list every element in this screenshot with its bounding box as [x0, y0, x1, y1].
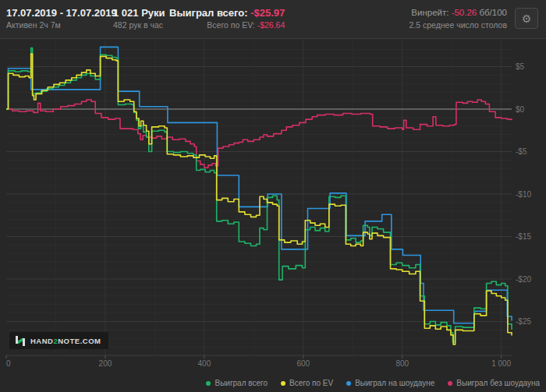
hands-block: 1 021 Руки 482 рук в час: [113, 6, 169, 30]
legend-dot: [206, 381, 211, 386]
legend-label: Выиграл всего: [214, 379, 268, 387]
legend-item-won-total[interactable]: Выиграл всего: [206, 379, 268, 387]
session-stats-header: 17.07.2019 - 17.07.2019 Активен 2ч 7м 1 …: [0, 0, 546, 39]
hand2note-logo-icon: [15, 335, 26, 347]
won-total-value: -$25.97: [250, 7, 285, 19]
winrate-block: Винрейт: -50.26 бб/100 2.5 среднее число…: [409, 6, 507, 30]
hands-count: 1 021 Руки: [113, 6, 169, 19]
legend-dot: [448, 381, 452, 386]
legend-label: Всего по EV: [289, 379, 333, 387]
won-total-label: Выиграл всего:: [169, 7, 248, 19]
non-showdown-winnings-line: [6, 100, 512, 168]
hand2note-logo-text: HAND2NOTE.COM: [30, 337, 101, 345]
legend-item-ev-total[interactable]: Всего по EV: [281, 379, 333, 387]
x-tick-label: 0: [6, 359, 11, 368]
hands-per-hour: 482 рук в час: [113, 19, 169, 30]
winnings-block: Выиграл всего: -$25.97 Всего по EV: -$26…: [169, 6, 285, 30]
x-tick-label: 400: [198, 359, 211, 368]
winrate-label: Винрейт:: [411, 8, 448, 17]
legend-label: Выиграл на шоудауне: [355, 379, 434, 387]
avg-tables: 2.5 среднее число столов: [409, 19, 507, 30]
y-tick-label: $0: [516, 105, 525, 114]
ev-total-line: [6, 54, 512, 344]
ev-total-label: Всего по EV:: [207, 20, 254, 30]
chart-legend: Выиграл всегоВсего по EVВыиграл на шоуда…: [206, 379, 540, 387]
legend-label: Выиграл без шоудауна: [456, 379, 540, 387]
y-tick-label: -$15: [516, 232, 531, 241]
legend-dot: [346, 381, 351, 386]
winnings-chart: 02004006008001 000$5$0-$5-$10-$15-$20-$2…: [0, 39, 546, 370]
ev-total-value: -$26.64: [257, 20, 285, 30]
y-tick-label: $5: [516, 62, 525, 71]
active-time: Активен 2ч 7м: [6, 19, 113, 30]
y-tick-label: -$20: [516, 275, 531, 284]
showdown-winnings-line: [6, 47, 512, 323]
x-tick-label: 600: [296, 359, 310, 368]
date-range: 17.07.2019 - 17.07.2019: [6, 6, 113, 19]
y-tick-label: -$10: [516, 190, 531, 199]
y-tick-label: -$25: [516, 317, 531, 326]
x-tick-label: 800: [395, 359, 409, 368]
hand2note-logo: HAND2NOTE.COM: [9, 332, 108, 349]
date-range-block: 17.07.2019 - 17.07.2019 Активен 2ч 7м: [6, 6, 113, 30]
hand2note-session-window: 17.07.2019 - 17.07.2019 Активен 2ч 7м 1 …: [0, 0, 546, 392]
legend-dot: [281, 381, 285, 386]
legend-item-non-showdown-winnings[interactable]: Выиграл без шоудауна: [448, 379, 540, 387]
winrate-value: -50.26: [452, 8, 477, 17]
settings-gear-icon[interactable]: ⚙: [515, 8, 538, 29]
x-tick-label: 200: [99, 359, 112, 368]
y-tick-label: -$5: [516, 147, 527, 156]
winrate-unit: бб/100: [479, 8, 507, 17]
legend-item-showdown-winnings[interactable]: Выиграл на шоудауне: [346, 379, 434, 387]
x-tick-label: 1 000: [491, 359, 511, 368]
